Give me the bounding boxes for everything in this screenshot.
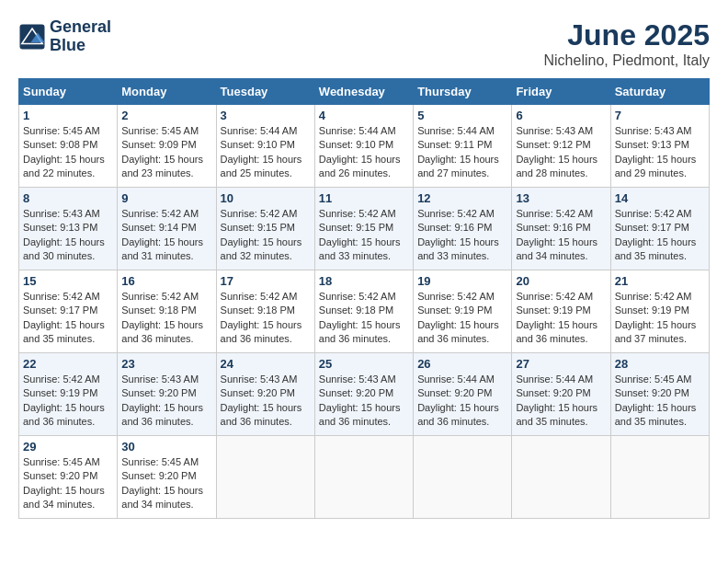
logo: General Blue — [18, 18, 111, 55]
calendar-cell: 30Sunrise: 5:45 AMSunset: 9:20 PMDayligh… — [118, 436, 216, 519]
day-info: Sunrise: 5:44 AMSunset: 9:20 PMDaylight:… — [516, 373, 606, 430]
day-info: Sunrise: 5:43 AMSunset: 9:20 PMDaylight:… — [221, 373, 311, 430]
day-info: Sunrise: 5:43 AMSunset: 9:20 PMDaylight:… — [121, 373, 211, 430]
day-number: 1 — [23, 109, 113, 122]
day-info: Sunrise: 5:42 AMSunset: 9:18 PMDaylight:… — [319, 290, 409, 347]
calendar-cell: 25Sunrise: 5:43 AMSunset: 9:20 PMDayligh… — [314, 353, 413, 436]
calendar-cell: 7Sunrise: 5:43 AMSunset: 9:13 PMDaylight… — [610, 105, 709, 188]
day-info: Sunrise: 5:42 AMSunset: 9:19 PMDaylight:… — [23, 373, 113, 430]
day-info: Sunrise: 5:45 AMSunset: 9:20 PMDaylight:… — [615, 373, 705, 430]
calendar-cell: 13Sunrise: 5:42 AMSunset: 9:16 PMDayligh… — [512, 188, 610, 270]
location: Nichelino, Piedmont, Italy — [543, 52, 710, 69]
page-header: General Blue June 2025 Nichelino, Piedmo… — [18, 18, 710, 69]
day-info: Sunrise: 5:42 AMSunset: 9:15 PMDaylight:… — [221, 207, 311, 264]
day-number: 3 — [221, 109, 311, 122]
day-number: 27 — [516, 357, 606, 371]
calendar-cell: 24Sunrise: 5:43 AMSunset: 9:20 PMDayligh… — [216, 353, 314, 436]
calendar-cell: 14Sunrise: 5:42 AMSunset: 9:17 PMDayligh… — [610, 188, 709, 270]
calendar-cell: 18Sunrise: 5:42 AMSunset: 9:18 PMDayligh… — [314, 270, 413, 353]
calendar-cell: 10Sunrise: 5:42 AMSunset: 9:15 PMDayligh… — [216, 188, 314, 270]
calendar-cell: 16Sunrise: 5:42 AMSunset: 9:18 PMDayligh… — [118, 270, 216, 353]
logo-icon — [18, 23, 46, 51]
day-number: 2 — [121, 109, 211, 122]
calendar-cell: 9Sunrise: 5:42 AMSunset: 9:14 PMDaylight… — [118, 188, 216, 270]
day-number: 6 — [516, 109, 606, 122]
day-info: Sunrise: 5:43 AMSunset: 9:20 PMDaylight:… — [319, 373, 409, 430]
calendar-cell — [314, 436, 413, 519]
day-info: Sunrise: 5:42 AMSunset: 9:16 PMDaylight:… — [516, 207, 606, 264]
day-number: 21 — [615, 274, 705, 288]
calendar-cell: 15Sunrise: 5:42 AMSunset: 9:17 PMDayligh… — [19, 270, 118, 353]
day-number: 8 — [23, 191, 113, 205]
day-info: Sunrise: 5:44 AMSunset: 9:20 PMDaylight:… — [417, 373, 507, 430]
calendar-cell: 1Sunrise: 5:45 AMSunset: 9:08 PMDaylight… — [19, 105, 118, 188]
day-info: Sunrise: 5:42 AMSunset: 9:19 PMDaylight:… — [417, 290, 507, 347]
calendar-week: 1Sunrise: 5:45 AMSunset: 9:08 PMDaylight… — [19, 105, 710, 188]
calendar-table: SundayMondayTuesdayWednesdayThursdayFrid… — [18, 78, 710, 519]
calendar-cell — [610, 436, 709, 519]
day-info: Sunrise: 5:45 AMSunset: 9:08 PMDaylight:… — [23, 124, 113, 181]
calendar-week: 8Sunrise: 5:43 AMSunset: 9:13 PMDaylight… — [19, 188, 710, 270]
day-number: 22 — [23, 357, 113, 371]
day-info: Sunrise: 5:44 AMSunset: 9:11 PMDaylight:… — [417, 124, 507, 181]
day-info: Sunrise: 5:44 AMSunset: 9:10 PMDaylight:… — [221, 124, 311, 181]
day-number: 7 — [615, 109, 705, 122]
day-number: 11 — [319, 191, 409, 205]
calendar-cell: 20Sunrise: 5:42 AMSunset: 9:19 PMDayligh… — [512, 270, 610, 353]
day-number: 29 — [23, 440, 113, 454]
day-info: Sunrise: 5:43 AMSunset: 9:13 PMDaylight:… — [615, 124, 705, 181]
day-info: Sunrise: 5:42 AMSunset: 9:14 PMDaylight:… — [121, 207, 211, 264]
calendar-cell: 27Sunrise: 5:44 AMSunset: 9:20 PMDayligh… — [512, 353, 610, 436]
calendar-cell: 6Sunrise: 5:43 AMSunset: 9:12 PMDaylight… — [512, 105, 610, 188]
calendar-cell: 3Sunrise: 5:44 AMSunset: 9:10 PMDaylight… — [216, 105, 314, 188]
calendar-cell: 28Sunrise: 5:45 AMSunset: 9:20 PMDayligh… — [610, 353, 709, 436]
logo-line1: General — [50, 18, 111, 37]
day-info: Sunrise: 5:42 AMSunset: 9:18 PMDaylight:… — [121, 290, 211, 347]
title-area: June 2025 Nichelino, Piedmont, Italy — [543, 18, 710, 69]
day-info: Sunrise: 5:45 AMSunset: 9:20 PMDaylight:… — [23, 455, 113, 512]
day-number: 5 — [417, 109, 507, 122]
day-info: Sunrise: 5:43 AMSunset: 9:13 PMDaylight:… — [23, 207, 113, 264]
day-number: 17 — [221, 274, 311, 288]
day-info: Sunrise: 5:45 AMSunset: 9:20 PMDaylight:… — [121, 455, 211, 512]
day-number: 23 — [121, 357, 211, 371]
weekday-header: Thursday — [414, 79, 512, 105]
calendar-week: 29Sunrise: 5:45 AMSunset: 9:20 PMDayligh… — [19, 436, 710, 519]
calendar-week: 15Sunrise: 5:42 AMSunset: 9:17 PMDayligh… — [19, 270, 710, 353]
calendar-cell — [216, 436, 314, 519]
calendar-cell: 22Sunrise: 5:42 AMSunset: 9:19 PMDayligh… — [19, 353, 118, 436]
calendar-cell: 29Sunrise: 5:45 AMSunset: 9:20 PMDayligh… — [19, 436, 118, 519]
calendar-cell: 26Sunrise: 5:44 AMSunset: 9:20 PMDayligh… — [414, 353, 512, 436]
calendar-cell: 12Sunrise: 5:42 AMSunset: 9:16 PMDayligh… — [414, 188, 512, 270]
day-number: 15 — [23, 274, 113, 288]
day-info: Sunrise: 5:42 AMSunset: 9:19 PMDaylight:… — [516, 290, 606, 347]
day-info: Sunrise: 5:42 AMSunset: 9:19 PMDaylight:… — [615, 290, 705, 347]
calendar-cell — [414, 436, 512, 519]
day-number: 9 — [121, 191, 211, 205]
weekday-header: Tuesday — [216, 79, 314, 105]
calendar-cell: 8Sunrise: 5:43 AMSunset: 9:13 PMDaylight… — [19, 188, 118, 270]
month-title: June 2025 — [543, 18, 710, 52]
calendar-cell: 11Sunrise: 5:42 AMSunset: 9:15 PMDayligh… — [314, 188, 413, 270]
day-info: Sunrise: 5:44 AMSunset: 9:10 PMDaylight:… — [319, 124, 409, 181]
day-info: Sunrise: 5:43 AMSunset: 9:12 PMDaylight:… — [516, 124, 606, 181]
weekday-header: Friday — [512, 79, 610, 105]
calendar-header: SundayMondayTuesdayWednesdayThursdayFrid… — [19, 79, 710, 105]
calendar-cell: 4Sunrise: 5:44 AMSunset: 9:10 PMDaylight… — [314, 105, 413, 188]
calendar-cell: 2Sunrise: 5:45 AMSunset: 9:09 PMDaylight… — [118, 105, 216, 188]
day-info: Sunrise: 5:42 AMSunset: 9:15 PMDaylight:… — [319, 207, 409, 264]
day-number: 25 — [319, 357, 409, 371]
day-number: 13 — [516, 191, 606, 205]
day-info: Sunrise: 5:42 AMSunset: 9:16 PMDaylight:… — [417, 207, 507, 264]
calendar-week: 22Sunrise: 5:42 AMSunset: 9:19 PMDayligh… — [19, 353, 710, 436]
day-number: 18 — [319, 274, 409, 288]
day-number: 28 — [615, 357, 705, 371]
day-info: Sunrise: 5:42 AMSunset: 9:17 PMDaylight:… — [23, 290, 113, 347]
day-number: 16 — [121, 274, 211, 288]
calendar-cell: 19Sunrise: 5:42 AMSunset: 9:19 PMDayligh… — [414, 270, 512, 353]
day-number: 24 — [221, 357, 311, 371]
weekday-header: Wednesday — [314, 79, 413, 105]
day-number: 14 — [615, 191, 705, 205]
weekday-header: Sunday — [19, 79, 118, 105]
weekday-header: Saturday — [610, 79, 709, 105]
